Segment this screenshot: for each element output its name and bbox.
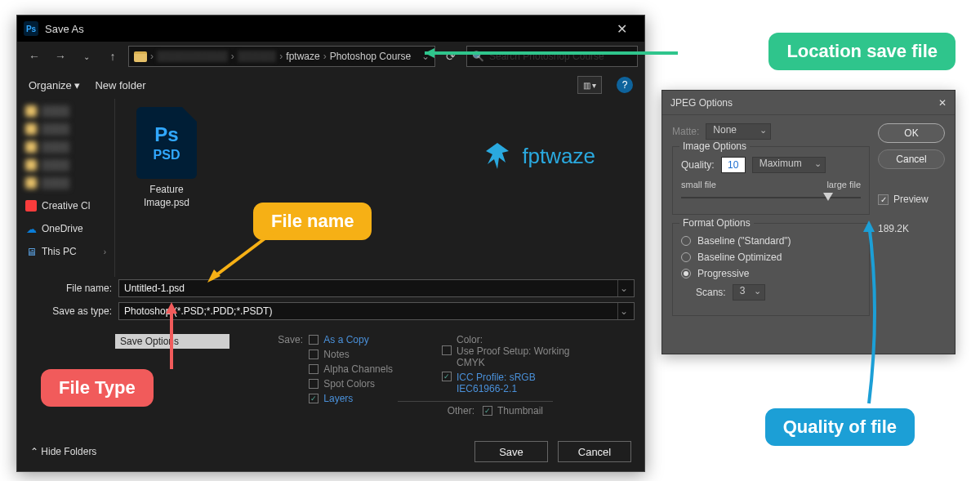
scans-label: Scans: xyxy=(696,287,726,298)
brand-text: fptwaze xyxy=(522,144,595,169)
image-options-group: Image Options Quality: 10 Maximum small … xyxy=(672,146,870,215)
use-proof-checkbox[interactable] xyxy=(442,345,452,355)
up-button[interactable]: ↑ xyxy=(102,46,123,67)
refresh-button[interactable]: ⟳ xyxy=(440,46,461,67)
ok-button[interactable]: OK xyxy=(878,123,945,143)
sidebar-item[interactable]: ████ xyxy=(17,102,114,120)
quality-preset-value: Maximum xyxy=(760,158,802,169)
chevron-down-icon[interactable]: ⌄ xyxy=(617,280,629,296)
window-title: Save As xyxy=(45,23,84,35)
saveastype-value: Photoshop (*.PSD;*.PDD;*.PSDT) xyxy=(124,305,617,317)
as-copy-label: As a Copy xyxy=(323,334,368,345)
filename-input[interactable]: Untitled-1.psd ⌄ xyxy=(118,279,635,297)
new-folder-button[interactable]: New folder xyxy=(95,79,145,91)
jpeg-titlebar: JPEG Options ✕ xyxy=(662,91,955,115)
use-proof-label: Use Proof Setup: Working CMYK xyxy=(457,345,579,368)
file-pane[interactable]: Ps PSD Feature Image.psd fptwaze xyxy=(115,99,644,277)
spot-checkbox[interactable] xyxy=(309,379,318,389)
brand-watermark: fptwaze xyxy=(481,140,595,172)
radio-label: Progressive xyxy=(697,268,749,279)
filesize-readout: 189.2K xyxy=(878,223,945,234)
sidebar-item[interactable]: ████ xyxy=(17,138,114,156)
forward-button[interactable]: → xyxy=(50,46,71,67)
onedrive-icon: ☁ xyxy=(25,223,37,234)
chevron-down-icon[interactable]: ⌄ xyxy=(617,303,629,319)
callout-filename: File name xyxy=(253,203,372,240)
search-input[interactable]: 🔍 Search Photoshop Course xyxy=(466,46,638,67)
color-column-label: Color: xyxy=(442,334,483,345)
save-button[interactable]: Save xyxy=(474,441,548,462)
thumbnail-checkbox[interactable] xyxy=(483,406,492,416)
hide-folders-label: Hide Folders xyxy=(41,446,96,457)
cancel-button[interactable]: Cancel xyxy=(558,441,631,462)
explorer-body: ████ ████ ████ ████ ████ Creative Cl ☁On… xyxy=(17,99,644,277)
chevron-right-icon: › xyxy=(104,247,106,256)
image-options-legend: Image Options xyxy=(679,140,750,152)
path-dropdown-icon[interactable]: ⌄ xyxy=(421,51,430,62)
alpha-checkbox[interactable] xyxy=(309,364,318,374)
icc-label: ICC Profile: sRGB IEC61966-2.1 xyxy=(457,372,579,394)
matte-label: Matte: xyxy=(672,126,699,137)
progressive-radio[interactable]: Progressive xyxy=(681,268,861,279)
recent-dropdown[interactable]: ⌄ xyxy=(76,46,97,67)
callout-location: Location save file xyxy=(768,33,956,70)
sidebar-item[interactable]: ████ xyxy=(17,156,114,174)
quality-preset-select[interactable]: Maximum xyxy=(752,157,826,173)
as-copy-checkbox[interactable] xyxy=(309,335,318,345)
psd-file-icon: Ps PSD xyxy=(136,107,197,179)
preview-checkbox[interactable] xyxy=(878,194,889,205)
alpha-label: Alpha Channels xyxy=(323,363,393,375)
sidebar-item-this-pc[interactable]: 🖥This PC› xyxy=(17,243,114,261)
nav-row: ← → ⌄ ↑ › New Voxans (D) › Trang de › fp… xyxy=(17,42,644,71)
help-button[interactable]: ? xyxy=(617,77,633,93)
hide-folders-toggle[interactable]: ⌃ Hide Folders xyxy=(30,446,96,457)
save-column-label: Save: xyxy=(262,334,303,345)
save-options-header: Save Options xyxy=(115,334,229,349)
baseline-optimized-radio[interactable]: Baseline Optimized xyxy=(681,252,861,263)
baseline-standard-radio[interactable]: Baseline ("Standard") xyxy=(681,235,861,247)
breadcrumb-blurred-2: Trang de xyxy=(238,51,277,62)
close-button[interactable]: ✕ xyxy=(938,97,947,109)
search-placeholder: Search Photoshop Course xyxy=(489,51,604,62)
quality-slider[interactable] xyxy=(681,189,861,206)
view-mode-button[interactable]: ▥ ▾ xyxy=(577,76,602,94)
saveastype-label: Save as type: xyxy=(27,305,112,317)
slider-min-label: small file xyxy=(681,180,716,189)
thumbnail-label: Thumbnail xyxy=(497,405,543,416)
file-thumbnail[interactable]: Ps PSD Feature Image.psd xyxy=(130,107,203,269)
jpeg-title: JPEG Options xyxy=(670,97,733,109)
photoshop-app-icon: Ps xyxy=(24,21,38,36)
breadcrumb-course[interactable]: Photoshop Course xyxy=(330,51,411,62)
callout-quality: Quality of file xyxy=(765,408,915,446)
sidebar-item-creative-cloud[interactable]: Creative Cl xyxy=(17,197,114,215)
sidebar-item-label: This PC xyxy=(42,246,77,257)
quality-input[interactable]: 10 xyxy=(721,157,746,173)
matte-value: None xyxy=(713,124,737,136)
quality-value: 10 xyxy=(728,159,738,171)
scans-select[interactable]: 3 xyxy=(733,284,765,301)
saveastype-select[interactable]: Photoshop (*.PSD;*.PDD;*.PSDT) ⌄ xyxy=(118,302,635,320)
format-options-legend: Format Options xyxy=(679,217,754,229)
other-column-label: Other: xyxy=(442,405,474,416)
notes-checkbox[interactable] xyxy=(309,350,318,359)
back-button[interactable]: ← xyxy=(24,46,45,67)
organize-menu[interactable]: Organize ▾ xyxy=(29,79,80,91)
layers-checkbox[interactable] xyxy=(309,394,318,403)
close-button[interactable]: ✕ xyxy=(605,21,638,37)
callout-filetype: File Type xyxy=(41,369,154,407)
notes-label: Notes xyxy=(323,349,349,360)
dialog-footer: ⌃ Hide Folders Save Cancel xyxy=(17,432,644,471)
preview-label: Preview xyxy=(893,194,929,205)
sidebar-item-label: OneDrive xyxy=(42,223,83,234)
quality-label: Quality: xyxy=(681,159,715,171)
breadcrumb-fptwaze[interactable]: fptwaze xyxy=(286,51,319,62)
cancel-button[interactable]: Cancel xyxy=(878,149,945,169)
slider-max-label: large file xyxy=(826,180,861,189)
matte-select[interactable]: None xyxy=(706,123,771,140)
creative-cloud-icon xyxy=(25,200,37,212)
icc-checkbox[interactable] xyxy=(442,372,452,381)
sidebar-item-onedrive[interactable]: ☁OneDrive xyxy=(17,220,114,238)
sidebar-item[interactable]: ████ xyxy=(17,174,114,192)
sidebar-item[interactable]: ████ xyxy=(17,120,114,138)
breadcrumb-path[interactable]: › New Voxans (D) › Trang de › fptwaze › … xyxy=(128,46,435,67)
